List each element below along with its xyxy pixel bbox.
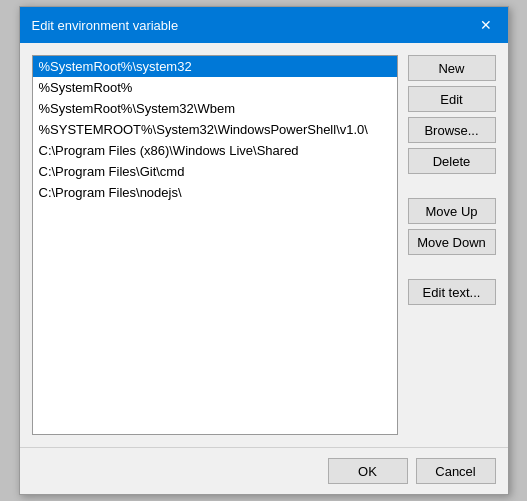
env-variable-list[interactable]: %SystemRoot%\system32%SystemRoot%%System… bbox=[32, 55, 398, 435]
move-down-button[interactable]: Move Down bbox=[408, 229, 496, 255]
list-item[interactable]: C:\Program Files (x86)\Windows Live\Shar… bbox=[33, 140, 397, 161]
list-item[interactable]: %SystemRoot% bbox=[33, 77, 397, 98]
close-button[interactable]: ✕ bbox=[476, 15, 496, 35]
dialog-content: %SystemRoot%\system32%SystemRoot%%System… bbox=[20, 43, 508, 447]
spacer1 bbox=[408, 179, 496, 193]
edit-text-button[interactable]: Edit text... bbox=[408, 279, 496, 305]
list-item[interactable]: %SYSTEMROOT%\System32\WindowsPowerShell\… bbox=[33, 119, 397, 140]
title-bar: Edit environment variable ✕ bbox=[20, 7, 508, 43]
ok-button[interactable]: OK bbox=[328, 458, 408, 484]
delete-button[interactable]: Delete bbox=[408, 148, 496, 174]
browse-button[interactable]: Browse... bbox=[408, 117, 496, 143]
list-item[interactable]: C:\Program Files\nodejs\ bbox=[33, 182, 397, 203]
list-item[interactable]: %SystemRoot%\System32\Wbem bbox=[33, 98, 397, 119]
dialog: Edit environment variable ✕ %SystemRoot%… bbox=[19, 6, 509, 495]
edit-button[interactable]: Edit bbox=[408, 86, 496, 112]
new-button[interactable]: New bbox=[408, 55, 496, 81]
spacer2 bbox=[408, 260, 496, 274]
buttons-panel: New Edit Browse... Delete Move Up Move D… bbox=[408, 55, 496, 435]
dialog-title: Edit environment variable bbox=[32, 18, 179, 33]
cancel-button[interactable]: Cancel bbox=[416, 458, 496, 484]
list-item[interactable]: C:\Program Files\Git\cmd bbox=[33, 161, 397, 182]
dialog-footer: OK Cancel bbox=[20, 447, 508, 494]
move-up-button[interactable]: Move Up bbox=[408, 198, 496, 224]
list-item[interactable]: %SystemRoot%\system32 bbox=[33, 56, 397, 77]
